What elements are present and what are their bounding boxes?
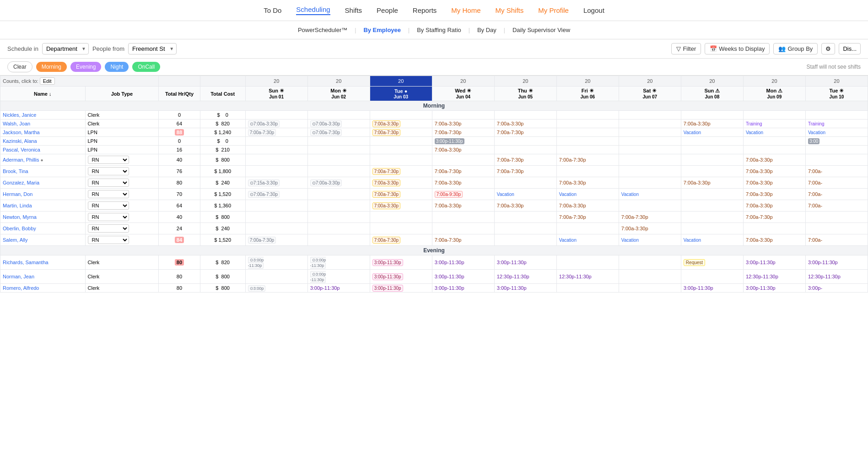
shift-wed04[interactable]: 7:00a-7:30p bbox=[432, 234, 494, 246]
shift-mon09[interactable] bbox=[743, 146, 805, 154]
job-type-cell[interactable]: RN bbox=[85, 223, 159, 234]
shift-wed04[interactable]: 7:00a-3:30p bbox=[432, 146, 494, 154]
nav-myhome[interactable]: My Home bbox=[451, 6, 480, 14]
shift-mon09[interactable]: 3:00p-11:30p bbox=[743, 255, 805, 270]
shift-thu05[interactable] bbox=[494, 137, 556, 146]
jobtype-select[interactable]: RN bbox=[88, 224, 129, 233]
shift-sat07[interactable] bbox=[619, 270, 681, 284]
shift-tue10[interactable]: Training bbox=[805, 119, 868, 128]
shift-tue03[interactable]: 7:00a-7:30p bbox=[370, 166, 432, 177]
shift-tue03[interactable] bbox=[370, 154, 432, 166]
shift-sun08[interactable]: Vacation bbox=[681, 234, 743, 246]
shift-mon09[interactable]: 7:00a-3:30p bbox=[743, 177, 805, 189]
jobtype-select[interactable]: RN bbox=[88, 236, 129, 244]
shift-tue03[interactable]: 7:00a-3:30p bbox=[370, 177, 432, 189]
shift-mon02[interactable] bbox=[307, 212, 370, 223]
shift-sat07[interactable] bbox=[619, 166, 681, 177]
shift-thu05[interactable]: 7:00a-7:30p bbox=[494, 154, 556, 166]
shift-fri06[interactable]: 7:00a-7:30p bbox=[556, 212, 619, 223]
shift-mon02[interactable] bbox=[307, 166, 370, 177]
nav-people[interactable]: People bbox=[377, 6, 398, 14]
subnav-dailysupervisor[interactable]: Daily Supervisor View bbox=[509, 25, 574, 35]
shift-tue03[interactable]: 3:00p-11:30p bbox=[370, 255, 432, 270]
count-thu05[interactable]: 20 bbox=[494, 76, 556, 87]
shift-mon02[interactable]: ⊙7:00a-3:30p bbox=[307, 119, 370, 128]
shift-sat07[interactable]: 7:00a-7:30p bbox=[619, 212, 681, 223]
shift-fri06[interactable] bbox=[556, 128, 619, 137]
shift-tue03[interactable] bbox=[370, 137, 432, 146]
subnav-byday[interactable]: By Day bbox=[474, 25, 500, 35]
shift-tue10[interactable] bbox=[805, 223, 868, 234]
shift-fri06[interactable] bbox=[556, 166, 619, 177]
shift-wed04[interactable]: 3:00p-11:30p bbox=[432, 284, 494, 293]
shift-mon09[interactable]: 7:00a-3:30p bbox=[743, 200, 805, 212]
day-mon02[interactable]: Mon ☀Jun 02 bbox=[307, 87, 370, 101]
shift-fri06[interactable] bbox=[556, 137, 619, 146]
shift-thu05[interactable] bbox=[494, 111, 556, 119]
shift-fri06[interactable] bbox=[556, 255, 619, 270]
employee-name[interactable]: Richards, Samantha bbox=[0, 255, 86, 270]
shift-sun08[interactable] bbox=[681, 212, 743, 223]
job-type-cell[interactable]: RN bbox=[85, 177, 159, 189]
shift-tue10[interactable]: 7:00a- bbox=[805, 189, 868, 200]
shift-wed04[interactable]: 7:00a-7:30p bbox=[432, 166, 494, 177]
shift-wed04[interactable] bbox=[432, 154, 494, 166]
shift-tue03[interactable]: 7:00a-3:30p bbox=[370, 200, 432, 212]
shift-wed04[interactable]: 7:00a-3:30p bbox=[432, 200, 494, 212]
day-sun08[interactable]: Sun ⚠Jun 08 bbox=[681, 87, 743, 101]
jobtype-select[interactable]: RN bbox=[88, 190, 129, 198]
employee-name[interactable]: Brook, Tina bbox=[0, 166, 86, 177]
shift-tue03[interactable] bbox=[370, 212, 432, 223]
shift-sat07[interactable] bbox=[619, 137, 681, 146]
shift-fri06[interactable] bbox=[556, 284, 619, 293]
shift-sun01[interactable]: ⊙7:00a-3:30p bbox=[245, 119, 307, 128]
job-type-cell[interactable]: RN bbox=[85, 212, 159, 223]
shift-sun01[interactable] bbox=[245, 137, 307, 146]
shift-mon02[interactable]: ⊙3:00p-11:30p bbox=[307, 270, 370, 284]
shift-thu05[interactable] bbox=[494, 212, 556, 223]
shift-sat07[interactable] bbox=[619, 146, 681, 154]
subnav-powerscheduler[interactable]: PowerScheduler™ bbox=[294, 25, 351, 35]
employee-name[interactable]: Nickles, Janice bbox=[0, 111, 86, 119]
count-mon09[interactable]: 20 bbox=[743, 76, 805, 87]
shift-tue03[interactable] bbox=[370, 111, 432, 119]
shift-sat07[interactable] bbox=[619, 154, 681, 166]
employee-name[interactable]: Salem, Ally bbox=[0, 234, 86, 246]
count-sun08[interactable]: 20 bbox=[681, 76, 743, 87]
shift-wed04[interactable]: 3:00p-11:30p bbox=[432, 255, 494, 270]
shift-tue03[interactable]: 3:00p-11:30p bbox=[370, 284, 432, 293]
shift-thu05[interactable]: 12:30p-11:30p bbox=[494, 270, 556, 284]
evening-filter-button[interactable]: Evening bbox=[70, 62, 101, 72]
shift-mon09[interactable]: Training bbox=[743, 119, 805, 128]
shift-sun01[interactable] bbox=[245, 146, 307, 154]
shift-mon02[interactable] bbox=[307, 234, 370, 246]
night-filter-button[interactable]: Night bbox=[105, 62, 129, 72]
shift-sun08[interactable]: 7:00a-3:30p bbox=[681, 119, 743, 128]
subnav-byemployee[interactable]: By Employee bbox=[360, 25, 404, 35]
shift-sun08[interactable] bbox=[681, 111, 743, 119]
shift-tue03[interactable]: 3:00p-11:30p bbox=[370, 270, 432, 284]
shift-thu05[interactable]: Vacation bbox=[494, 189, 556, 200]
shift-sun01[interactable]: 7:00a-7:30p bbox=[245, 128, 307, 137]
shift-sun08[interactable]: 3:00p-11:30p bbox=[681, 284, 743, 293]
shift-sun01[interactable] bbox=[245, 270, 307, 284]
count-sun01[interactable]: 20 bbox=[245, 76, 307, 87]
shift-mon02[interactable] bbox=[307, 223, 370, 234]
employee-name[interactable]: Kazinski, Alana bbox=[0, 137, 86, 146]
shift-sat07[interactable] bbox=[619, 177, 681, 189]
shift-thu05[interactable] bbox=[494, 223, 556, 234]
nav-scheduling[interactable]: Scheduling bbox=[296, 5, 330, 15]
shift-mon09[interactable]: Vacation bbox=[743, 128, 805, 137]
shift-sun08[interactable] bbox=[681, 137, 743, 146]
shift-sun08[interactable] bbox=[681, 270, 743, 284]
shift-sun08[interactable] bbox=[681, 166, 743, 177]
day-tue10[interactable]: Tue ☀Jun 10 bbox=[805, 87, 868, 101]
display-button[interactable]: Dis... bbox=[839, 43, 861, 54]
jobtype-select[interactable]: RN bbox=[88, 179, 129, 187]
shift-mon09[interactable]: 7:00a-3:30p bbox=[743, 166, 805, 177]
shift-wed04[interactable] bbox=[432, 223, 494, 234]
subnav-bystaffingratio[interactable]: By Staffing Ratio bbox=[413, 25, 465, 35]
shift-mon09[interactable] bbox=[743, 137, 805, 146]
shift-mon02[interactable]: ⊙3:00p-11:30p bbox=[307, 255, 370, 270]
shift-wed04[interactable]: 7:00a-9:30p bbox=[432, 189, 494, 200]
